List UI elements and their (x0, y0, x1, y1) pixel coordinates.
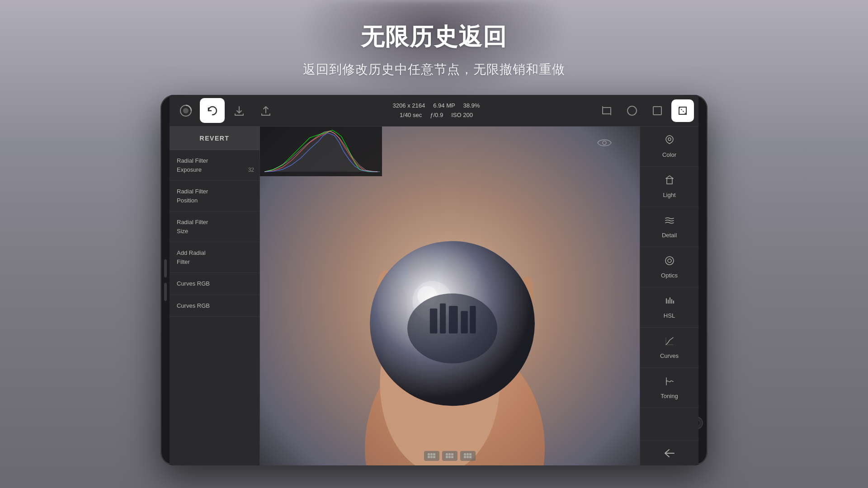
svg-rect-32 (451, 453, 453, 455)
volume-up-button[interactable] (164, 259, 167, 277)
history-item-label-0: Radial FilterExposure (177, 157, 208, 173)
detail-icon (664, 215, 675, 228)
svg-rect-30 (446, 453, 448, 455)
svg-rect-45 (666, 298, 667, 304)
palette-icon (179, 104, 192, 117)
svg-point-42 (668, 138, 671, 141)
history-item-value-0: 32 (248, 166, 254, 174)
svg-rect-31 (448, 453, 451, 455)
history-item-0[interactable]: Radial FilterExposure 32 (170, 150, 259, 181)
history-item-label-2: Radial FilterSize (177, 219, 208, 235)
shutter-speed: 1/40 sec (400, 112, 422, 118)
curves-icon (664, 336, 675, 349)
main-title: 无限历史返回 (361, 21, 507, 53)
light-icon (664, 175, 675, 188)
back-button[interactable] (640, 441, 698, 465)
photo-svg (260, 127, 640, 465)
svg-rect-40 (467, 456, 469, 458)
history-item-label-3: Add RadialFilter (177, 249, 206, 265)
toolbar-left (170, 98, 282, 123)
panel-item-curves[interactable]: Curves (640, 328, 698, 368)
svg-rect-26 (433, 453, 435, 455)
svg-rect-18 (440, 304, 446, 333)
crop-icon (601, 105, 613, 117)
grid-icon-3 (463, 453, 472, 459)
top-toolbar: 3206 x 2164 6.94 MP 38.9% 1/40 sec ƒ/0.9… (170, 95, 698, 127)
palette-button[interactable] (173, 98, 198, 123)
back-arrow-icon (664, 448, 675, 458)
svg-rect-21 (470, 306, 476, 333)
grid-icon-1 (427, 453, 436, 459)
toolbar-right (591, 99, 698, 122)
color-label: Color (662, 151, 676, 158)
share-icon (260, 105, 272, 117)
svg-rect-46 (668, 300, 669, 304)
color-icon (664, 135, 675, 148)
image-zoom: 38.9% (463, 102, 480, 109)
iso: ISO 200 (451, 112, 473, 118)
grid-button-1[interactable] (424, 451, 439, 461)
svg-rect-24 (428, 453, 430, 455)
history-item-3[interactable]: Add RadialFilter (170, 242, 259, 273)
history-item-label-1: Radial FilterPosition (177, 188, 208, 204)
download-button[interactable] (226, 98, 251, 123)
square-icon (651, 105, 663, 117)
frame-button[interactable] (646, 99, 669, 122)
optics-icon (664, 255, 675, 268)
image-exposure-line: 1/40 sec ƒ/0.9 ISO 200 (400, 111, 473, 120)
preview-toggle[interactable] (596, 135, 613, 151)
aperture: ƒ/0.9 (430, 112, 443, 118)
history-item-2[interactable]: Radial FilterSize (170, 211, 259, 242)
history-item-label-4: Curves RGB (177, 280, 210, 287)
hsl-label: HSL (664, 312, 675, 319)
svg-rect-34 (448, 456, 451, 458)
svg-rect-48 (671, 299, 672, 304)
content-area: REVERT Radial FilterExposure 32 Radial F… (170, 127, 698, 465)
toning-label: Toning (660, 393, 678, 399)
history-item-1[interactable]: Radial FilterPosition (170, 181, 259, 211)
panel-item-toning[interactable]: Toning (640, 368, 698, 408)
light-label: Light (663, 192, 675, 198)
svg-rect-35 (451, 456, 453, 458)
svg-rect-38 (469, 453, 472, 455)
history-icon (207, 105, 218, 117)
svg-rect-41 (469, 456, 472, 458)
panel-item-hsl[interactable]: HSL (640, 287, 698, 328)
vignette-button[interactable] (621, 99, 643, 122)
image-megapixels: 6.94 MP (433, 102, 455, 109)
tablet-inner: 3206 x 2164 6.94 MP 38.9% 1/40 sec ƒ/0.9… (170, 95, 698, 465)
toning-icon (664, 376, 675, 389)
crop-button[interactable] (595, 99, 618, 122)
volume-down-button[interactable] (164, 283, 167, 301)
svg-rect-27 (428, 456, 430, 458)
panel-item-light[interactable]: Light (640, 167, 698, 207)
panel-item-color[interactable]: Color (640, 127, 698, 167)
select-button[interactable] (671, 99, 694, 122)
panel-item-detail[interactable]: Detail (640, 207, 698, 247)
hsl-icon (664, 296, 675, 309)
svg-rect-25 (430, 453, 433, 455)
history-item-4[interactable]: Curves RGB (170, 273, 259, 295)
histogram-overlay (260, 127, 382, 176)
panel-item-optics[interactable]: Optics (640, 247, 698, 287)
svg-rect-37 (467, 453, 469, 455)
svg-point-43 (665, 257, 674, 265)
image-dimensions-line: 3206 x 2164 6.94 MP 38.9% (393, 101, 480, 111)
share-button[interactable] (253, 98, 278, 123)
image-dimensions: 3206 x 2164 (393, 102, 425, 109)
select-icon (677, 105, 689, 117)
revert-button[interactable]: REVERT (170, 127, 259, 150)
optics-label: Optics (661, 272, 678, 279)
sub-title: 返回到修改历史中任意节点，无限撤销和重做 (303, 61, 565, 78)
svg-rect-39 (464, 456, 466, 458)
bottom-toolbar (424, 451, 476, 461)
svg-rect-49 (673, 300, 674, 304)
history-item-5[interactable]: Curves RGB (170, 295, 259, 317)
history-button[interactable] (200, 98, 225, 123)
svg-rect-36 (464, 453, 466, 455)
top-text-area: 无限历史返回 返回到修改历史中任意节点，无限撤销和重做 (0, 0, 868, 99)
svg-rect-17 (430, 309, 438, 333)
detail-label: Detail (662, 232, 677, 239)
grid-button-2[interactable] (442, 451, 458, 461)
grid-button-3[interactable] (460, 451, 476, 461)
